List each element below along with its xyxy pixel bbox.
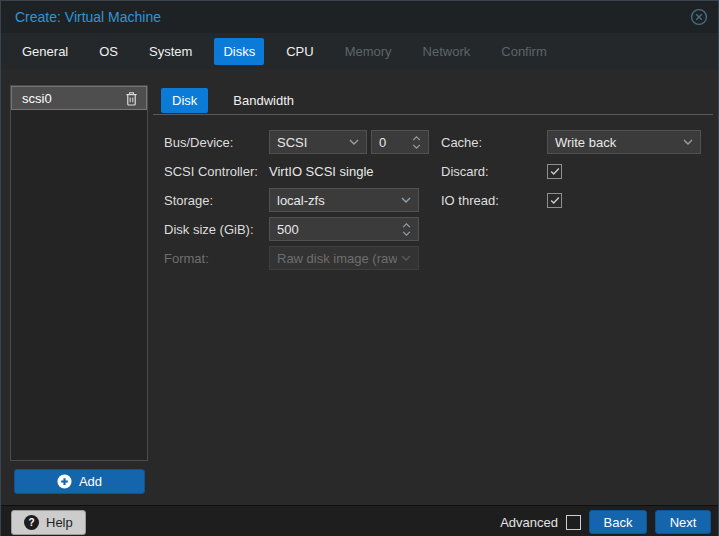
subtab-bandwidth[interactable]: Bandwidth (222, 88, 305, 113)
add-button-label: Add (79, 474, 102, 489)
dialog-title: Create: Virtual Machine (15, 9, 161, 25)
format-row: Format: Raw disk image (raw (164, 246, 434, 270)
tab-disks[interactable]: Disks (214, 38, 264, 65)
bus-device-row: Bus/Device: SCSI 0 (164, 130, 434, 154)
trash-icon[interactable] (125, 91, 138, 106)
device-number-stepper[interactable]: 0 (371, 130, 429, 154)
cache-label: Cache: (441, 135, 547, 150)
advanced-checkbox[interactable] (566, 515, 581, 530)
back-button-label: Back (604, 515, 633, 530)
form-right-column: Cache: Write back Discard: IO thread: (441, 130, 703, 217)
add-disk-button[interactable]: Add (14, 469, 145, 494)
next-button[interactable]: Next (655, 510, 711, 534)
disk-size-stepper[interactable]: 500 (269, 217, 419, 241)
disk-size-label: Disk size (GiB): (164, 222, 269, 237)
chevron-down-icon (401, 197, 411, 203)
storage-row: Storage: local-zfs (164, 188, 434, 212)
help-button[interactable]: ? Help (11, 510, 86, 535)
spinner-arrows-icon[interactable] (412, 136, 421, 149)
disks-panel: scsi0 Add Disk Band (1, 69, 718, 505)
subtab-disk[interactable]: Disk (161, 88, 208, 113)
question-circle-icon: ? (24, 515, 39, 530)
io-thread-checkbox[interactable] (547, 193, 562, 208)
cache-row: Cache: Write back (441, 130, 703, 154)
scsi-controller-label: SCSI Controller: (164, 164, 269, 179)
disk-size-row: Disk size (GiB): 500 (164, 217, 434, 241)
disk-list: scsi0 (10, 85, 148, 461)
chevron-down-icon (683, 139, 693, 145)
bus-device-label: Bus/Device: (164, 135, 269, 150)
tab-memory: Memory (336, 38, 401, 65)
spinner-arrows-icon[interactable] (402, 223, 411, 236)
close-icon[interactable] (690, 8, 708, 26)
bus-select[interactable]: SCSI (269, 130, 367, 154)
back-button[interactable]: Back (589, 510, 647, 534)
io-thread-row: IO thread: (441, 188, 703, 212)
tab-network: Network (414, 38, 480, 65)
advanced-label: Advanced (500, 515, 558, 530)
format-select-disabled: Raw disk image (raw (269, 246, 419, 270)
scsi-controller-value: VirtIO SCSI single (269, 164, 374, 179)
storage-select[interactable]: local-zfs (269, 188, 419, 212)
format-label: Format: (164, 251, 269, 266)
dialog-titlebar: Create: Virtual Machine (1, 1, 718, 33)
storage-label: Storage: (164, 193, 269, 208)
io-thread-label: IO thread: (441, 193, 547, 208)
scsi-controller-row: SCSI Controller: VirtIO SCSI single (164, 159, 434, 183)
help-button-label: Help (46, 515, 73, 530)
tab-confirm: Confirm (492, 38, 556, 65)
disk-subtabs: Disk Bandwidth (153, 88, 713, 115)
next-button-label: Next (670, 515, 697, 530)
chevron-down-icon (349, 139, 359, 145)
disk-list-item-scsi0[interactable]: scsi0 (11, 86, 147, 110)
tab-os[interactable]: OS (90, 38, 127, 65)
tab-cpu[interactable]: CPU (277, 38, 322, 65)
disk-item-label: scsi0 (22, 91, 52, 106)
discard-row: Discard: (441, 159, 703, 183)
wizard-tabbar: General OS System Disks CPU Memory Netwo… (1, 33, 718, 69)
cache-select[interactable]: Write back (547, 130, 701, 154)
footer-actions: Advanced Back Next (500, 510, 711, 534)
tab-general[interactable]: General (13, 38, 77, 65)
plus-circle-icon (57, 474, 72, 489)
dialog-footer: ? Help Advanced Back Next (1, 505, 718, 536)
discard-label: Discard: (441, 164, 547, 179)
tab-system[interactable]: System (140, 38, 201, 65)
chevron-down-icon (401, 255, 411, 261)
create-vm-dialog: Create: Virtual Machine General OS Syste… (0, 0, 719, 536)
form-left-column: Bus/Device: SCSI 0 SCSI Controller: (164, 130, 434, 275)
discard-checkbox[interactable] (547, 164, 562, 179)
